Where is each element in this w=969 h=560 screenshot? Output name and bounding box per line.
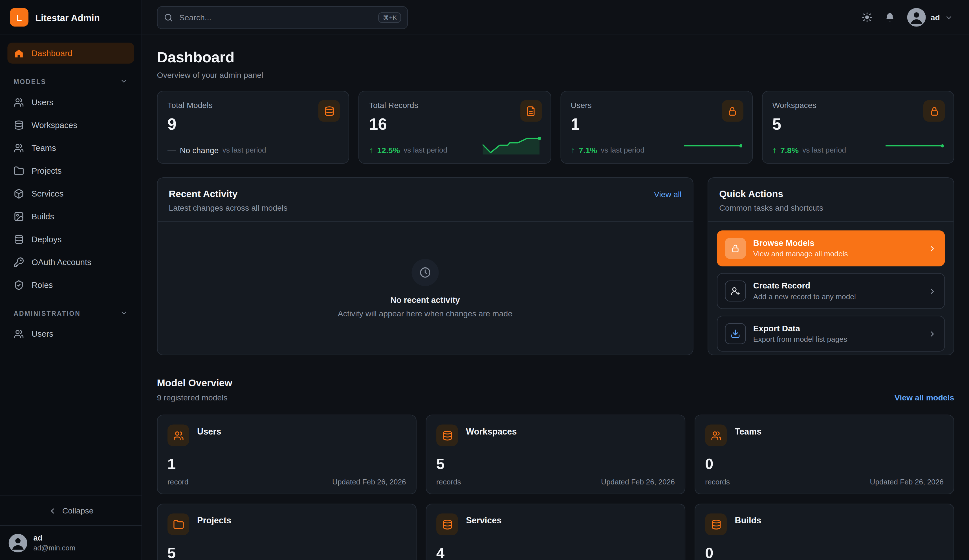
model-overview-title: Model Overview [157, 377, 232, 389]
model-card-users[interactable]: Users 1 record Updated Feb 26, 2026 [157, 414, 416, 494]
stat-value: 5 [773, 115, 944, 134]
sidebar-item-label: Services [32, 189, 63, 198]
stat-change-period: vs last period [803, 146, 846, 155]
model-record-count: 5 [436, 455, 445, 473]
avatar [9, 534, 27, 552]
stat-change: 7.1% [579, 146, 597, 155]
sidebar-item-teams[interactable]: Teams [7, 137, 134, 158]
quick-action-title: Browse Models [753, 239, 848, 248]
stat-change-period: vs last period [404, 146, 447, 155]
sidebar-nav: Dashboard MODELS Users Workspaces Teams … [0, 35, 142, 496]
view-all-models-link[interactable]: View all models [894, 393, 954, 402]
model-card-builds[interactable]: Builds 0 records Updated Feb 26, 2026 [694, 504, 954, 560]
recent-activity-subtitle: Latest changes across all models [169, 203, 681, 213]
quick-action-subtitle: View and manage all models [753, 249, 848, 258]
quick-actions-title: Quick Actions [719, 188, 942, 199]
quick-action-browse-models[interactable]: Browse Models View and manage all models [717, 230, 945, 266]
sidebar-item-label: Roles [32, 280, 53, 289]
quick-action-title: Export Data [753, 324, 847, 333]
arrow-up-icon: ↑ [571, 145, 575, 155]
database-icon [13, 120, 24, 130]
model-card-name: Builds [735, 515, 761, 525]
quick-action-export-data[interactable]: Export Data Export from model list pages [717, 316, 945, 352]
model-record-count: 5 [168, 545, 176, 560]
quick-action-subtitle: Export from model list pages [753, 335, 847, 344]
theme-toggle-button[interactable] [861, 12, 872, 23]
collapse-button[interactable]: Collapse [0, 496, 142, 525]
sidebar-user[interactable]: ad ad@min.com [0, 525, 142, 560]
model-record-count: 0 [705, 455, 713, 473]
chevron-right-icon [927, 329, 937, 338]
sidebar-item-users[interactable]: Users [7, 323, 134, 344]
notifications-button[interactable] [884, 12, 895, 23]
empty-state-title: No recent activity [390, 295, 460, 304]
sidebar-item-label: Users [32, 329, 53, 338]
sidebar-item-dashboard[interactable]: Dashboard [7, 43, 134, 64]
chevron-down-icon [120, 77, 128, 85]
sidebar-section-models[interactable]: MODELS [13, 77, 128, 85]
quick-action-subtitle: Add a new record to any model [753, 292, 856, 301]
folder-icon [13, 165, 24, 176]
stats-row: Total Models 9 — No change vs last perio… [157, 91, 954, 164]
sidebar-section-label: MODELS [13, 78, 46, 85]
folder-icon [168, 513, 189, 535]
database-icon [436, 424, 458, 446]
home-icon [13, 48, 24, 58]
quick-actions-panel: Quick Actions Common tasks and shortcuts… [708, 177, 954, 355]
lock-icon [725, 238, 746, 259]
model-count-label: records [705, 478, 730, 487]
search-box[interactable]: ⌘+K [157, 6, 408, 29]
users-icon [168, 424, 189, 446]
sidebar-item-oauth-accounts[interactable]: OAuth Accounts [7, 251, 134, 273]
model-record-count: 1 [168, 455, 176, 473]
model-count-label: record [168, 478, 189, 487]
model-card-workspaces[interactable]: Workspaces 5 records Updated Feb 26, 202… [426, 414, 685, 494]
empty-state-subtitle: Activity will appear here when changes a… [338, 309, 513, 318]
quick-action-create-record[interactable]: Create Record Add a new record to any mo… [717, 273, 945, 309]
dashboard-content: Dashboard Overview of your admin panel T… [142, 35, 969, 560]
model-overview-subtitle: 9 registered models [157, 393, 232, 402]
database-icon [705, 513, 727, 535]
stat-change: No change [180, 146, 219, 155]
search-icon [164, 13, 173, 22]
chevron-right-icon [927, 244, 937, 253]
model-updated-date: Updated Feb 26, 2026 [870, 478, 944, 487]
sidebar-item-builds[interactable]: Builds [7, 206, 134, 227]
avatar [907, 8, 926, 27]
search-input[interactable] [178, 12, 374, 23]
sidebar-item-label: Teams [32, 143, 56, 152]
model-card-services[interactable]: Services 4 records Updated Feb 26, 2026 [426, 504, 685, 560]
sidebar-item-projects[interactable]: Projects [7, 160, 134, 181]
page-subtitle: Overview of your admin panel [157, 70, 954, 80]
model-card-teams[interactable]: Teams 0 records Updated Feb 26, 2026 [694, 414, 954, 494]
database-icon [13, 234, 24, 244]
sidebar-item-roles[interactable]: Roles [7, 274, 134, 296]
model-card-name: Users [197, 426, 221, 436]
sidebar-item-services[interactable]: Services [7, 183, 134, 204]
sidebar-item-label: Dashboard [32, 48, 72, 58]
stat-change: 12.5% [377, 146, 400, 155]
view-all-link[interactable]: View all [654, 190, 682, 199]
sidebar-item-label: OAuth Accounts [32, 258, 92, 267]
model-card-projects[interactable]: Projects 5 records Updated Feb 26, 2026 [157, 504, 416, 560]
model-card-name: Services [466, 515, 501, 525]
stat-card-total-models: Total Models 9 — No change vs last perio… [157, 91, 350, 164]
sidebar-item-label: Workspaces [32, 120, 77, 130]
download-icon [725, 323, 746, 344]
sidebar-item-users[interactable]: Users [7, 91, 134, 113]
package-icon [13, 188, 24, 198]
sparkline-chart [886, 136, 944, 156]
sidebar-section-administration[interactable]: ADMINISTRATION [13, 309, 128, 317]
user-menu[interactable]: ad [907, 8, 953, 27]
lock-icon [722, 100, 743, 122]
arrow-up-icon: ↑ [773, 145, 777, 155]
stat-title: Total Records [369, 101, 541, 110]
app-root: L Litestar Admin Dashboard MODELS Users … [0, 0, 969, 560]
model-card-name: Projects [197, 515, 231, 525]
lock-icon [923, 100, 945, 122]
sidebar-item-deploys[interactable]: Deploys [7, 229, 134, 250]
app-logo: L [10, 8, 28, 27]
sidebar-item-workspaces[interactable]: Workspaces [7, 114, 134, 135]
no-change-icon: — [168, 145, 176, 155]
database-icon [436, 513, 458, 535]
